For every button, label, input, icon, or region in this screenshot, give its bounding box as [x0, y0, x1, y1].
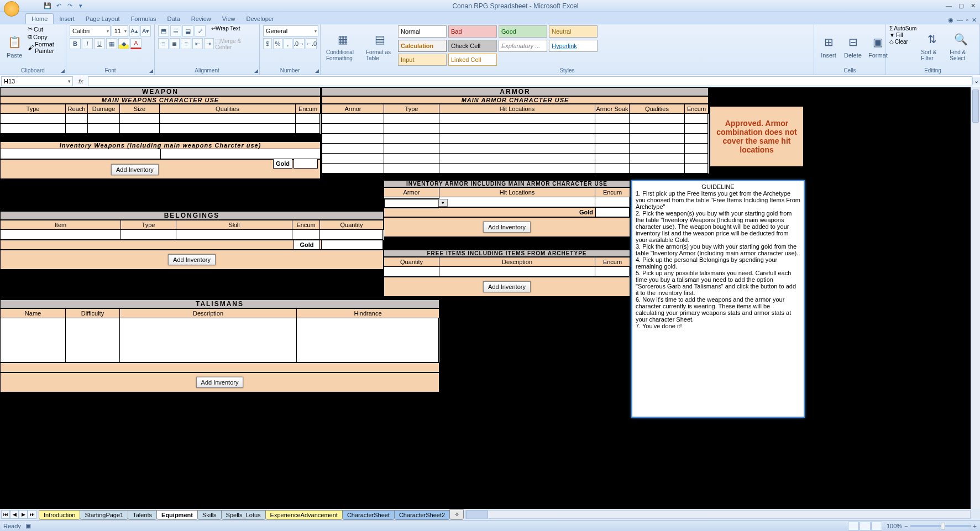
group-styles: ▦Conditional Formatting ▤Format as Table…: [321, 24, 814, 75]
style-explanatory[interactable]: Explanatory ...: [499, 40, 547, 52]
name-box[interactable]: H13: [1, 76, 73, 86]
fill-icon: ▼: [889, 32, 895, 38]
ribbon: 📋Paste ✂ Cut ⧉ Copy 🖌 Format Painter Cli…: [0, 24, 980, 75]
fill-button[interactable]: ▼ Fill: [889, 32, 916, 38]
window-title: Conan RPG Spreadsheet - Microsoft Excel: [85, 2, 946, 10]
merge-icon: ⬚: [215, 38, 220, 44]
font-color-button[interactable]: A: [130, 38, 142, 49]
grow-font-button[interactable]: A▴: [129, 25, 140, 36]
style-check-cell[interactable]: Check Cell: [448, 40, 497, 52]
ribbon-minimize-icon[interactable]: —: [957, 17, 963, 24]
save-icon[interactable]: 💾: [43, 2, 52, 10]
ribbon-tabs: Home Insert Page Layout Formulas Data Re…: [0, 12, 980, 24]
italic-button[interactable]: I: [82, 38, 93, 49]
sort-filter-button[interactable]: ⇅Sort & Filter: [919, 25, 945, 66]
delete-cells-button[interactable]: ⊟Delete: [842, 25, 864, 66]
align-bottom-button[interactable]: ⬓: [182, 25, 193, 36]
merge-center-button[interactable]: ⬚Merge & Center: [215, 38, 256, 50]
accounting-button[interactable]: $: [263, 38, 272, 49]
style-input[interactable]: Input: [398, 54, 447, 66]
autosum-button[interactable]: Σ AutoSum: [889, 25, 916, 31]
align-left-button[interactable]: ≡: [158, 38, 169, 49]
increase-indent-button[interactable]: ⇥: [204, 38, 214, 49]
cell-styles-gallery[interactable]: Normal Bad Good Neutral Calculation Chec…: [398, 25, 602, 66]
qat-customize-icon[interactable]: ▾: [76, 2, 85, 10]
title-bar: 💾 ↶ ↷ ▾ Conan RPG Spreadsheet - Microsof…: [0, 0, 980, 12]
minimize-button[interactable]: —: [946, 2, 952, 9]
group-clipboard: 📋Paste ✂ Cut ⧉ Copy 🖌 Format Painter Cli…: [0, 24, 66, 75]
fill-color-button[interactable]: ◆: [118, 38, 129, 49]
tab-view[interactable]: View: [217, 14, 241, 24]
formula-input[interactable]: [88, 76, 972, 86]
tab-developer[interactable]: Developer: [240, 14, 279, 24]
formula-bar-expand-icon[interactable]: ⌄: [972, 77, 980, 85]
bold-button[interactable]: B: [70, 38, 81, 49]
increase-decimal-button[interactable]: .0→: [294, 38, 305, 49]
group-editing: Σ AutoSum ▼ Fill ◇ Clear ⇅Sort & Filter …: [886, 24, 980, 75]
workbook-restore-icon[interactable]: ▫: [966, 17, 968, 24]
tab-review[interactable]: Review: [186, 14, 217, 24]
group-alignment: ⬒ ☰ ⬓ ⤢ ↩Wrap Text ≡ ≣ ≡ ⇤ ⇥ ⬚Merge & Ce…: [155, 24, 260, 75]
underline-button[interactable]: U: [94, 38, 105, 49]
orientation-button[interactable]: ⤢: [195, 25, 206, 36]
format-as-table-button[interactable]: ▤Format as Table: [364, 25, 396, 66]
conditional-formatting-button[interactable]: ▦Conditional Formatting: [324, 25, 361, 66]
align-center-button[interactable]: ≣: [170, 38, 180, 49]
style-neutral[interactable]: Neutral: [549, 25, 598, 38]
align-top-button[interactable]: ⬒: [158, 25, 169, 36]
eraser-icon: ◇: [889, 39, 894, 45]
formula-bar: H13 fx ⌄: [0, 75, 980, 87]
group-cells: ⊞Insert ⊟Delete ▣Format Cells: [814, 24, 886, 75]
align-right-button[interactable]: ≡: [181, 38, 191, 49]
dialog-launcher-icon[interactable]: ◢: [254, 68, 258, 73]
brush-icon: 🖌: [28, 44, 34, 51]
maximize-button[interactable]: ▢: [958, 2, 964, 9]
wrap-text-button[interactable]: ↩Wrap Text: [211, 25, 240, 36]
copy-button[interactable]: ⧉ Copy: [28, 33, 62, 40]
wrap-icon: ↩: [211, 25, 216, 31]
shrink-font-button[interactable]: A▾: [140, 25, 151, 36]
percent-button[interactable]: %: [273, 38, 282, 49]
clear-button[interactable]: ◇ Clear: [889, 39, 916, 45]
fx-icon[interactable]: fx: [74, 78, 88, 85]
insert-cells-button[interactable]: ⊞Insert: [817, 25, 840, 66]
decrease-indent-button[interactable]: ⇤: [192, 38, 203, 49]
style-good[interactable]: Good: [499, 25, 547, 38]
find-select-button[interactable]: 🔍Find & Select: [947, 25, 974, 66]
align-middle-button[interactable]: ☰: [170, 25, 181, 36]
style-normal[interactable]: Normal: [398, 25, 447, 38]
number-format-combo[interactable]: General: [263, 25, 318, 36]
tab-page-layout[interactable]: Page Layout: [80, 14, 125, 24]
dialog-launcher-icon[interactable]: ◢: [315, 68, 319, 73]
help-icon[interactable]: ◉: [948, 17, 953, 24]
sigma-icon: Σ: [889, 25, 893, 31]
undo-icon[interactable]: ↶: [54, 2, 63, 10]
format-painter-button[interactable]: 🖌 Format Painter: [28, 41, 62, 54]
style-calculation[interactable]: Calculation: [398, 40, 447, 52]
style-bad[interactable]: Bad: [448, 25, 497, 38]
tab-insert[interactable]: Insert: [54, 14, 80, 24]
office-button[interactable]: [0, 0, 21, 12]
tab-formulas[interactable]: Formulas: [125, 14, 162, 24]
style-hyperlink[interactable]: Hyperlink: [549, 40, 598, 52]
workbook-close-icon[interactable]: ✕: [972, 17, 977, 24]
font-size-combo[interactable]: 11: [112, 25, 128, 36]
tab-data[interactable]: Data: [161, 14, 185, 24]
copy-icon: ⧉: [28, 33, 32, 40]
dialog-launcher-icon[interactable]: ◢: [149, 68, 153, 73]
border-button[interactable]: ▦: [106, 38, 117, 49]
tab-home[interactable]: Home: [25, 13, 54, 24]
style-linked-cell[interactable]: Linked Cell: [448, 54, 497, 66]
decrease-decimal-button[interactable]: ←.0: [306, 38, 317, 49]
quick-access-toolbar: 💾 ↶ ↷ ▾: [43, 2, 85, 10]
redo-icon[interactable]: ↷: [65, 2, 74, 10]
comma-button[interactable]: ,: [284, 38, 292, 49]
dialog-launcher-icon[interactable]: ◢: [61, 68, 65, 73]
font-name-combo[interactable]: Calibri: [70, 25, 111, 36]
group-font: Calibri 11 A▴ A▾ B I U ▦ ◆ A Font◢: [66, 24, 155, 75]
close-button[interactable]: ✕: [971, 2, 976, 9]
scissors-icon: ✂: [28, 25, 33, 33]
paste-button[interactable]: 📋Paste: [3, 25, 25, 66]
cut-button[interactable]: ✂ Cut: [28, 25, 62, 33]
group-number: General $ % , .0→ ←.0 Number◢: [260, 24, 321, 75]
